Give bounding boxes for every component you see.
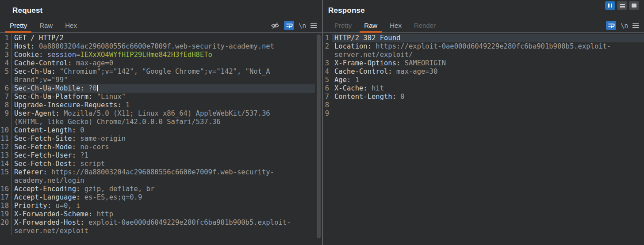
code-segment-name: Referer: [14, 168, 51, 176]
code-line[interactable]: 18Priority: u=0, i [0, 202, 315, 210]
message-editor-window: Request PrettyRawHex [0, 0, 644, 245]
request-toolbar: \n [271, 21, 322, 32]
newline-icon[interactable]: \n [299, 22, 306, 29]
layout-controls [605, 1, 639, 10]
code-line[interactable]: 4Cache-Control: max-age=30 [323, 68, 644, 76]
code-segment-name: Sec-Ch-Ua-Mobile: [14, 84, 88, 92]
line-body: Location: https://exploit-0ae000d6049229… [332, 42, 644, 59]
code-line[interactable]: 1GET / HTTP/2 [0, 34, 315, 42]
code-segment-val: 0 [80, 126, 84, 134]
code-segment-name: Accept-Language: [14, 193, 84, 201]
line-number: 19 [0, 210, 12, 219]
line-body: Referer: https://0a88003204ac296080556c6… [12, 168, 315, 185]
columns-layout-button[interactable] [605, 1, 615, 10]
code-line[interactable]: 6Sec-Ch-Ua-Mobile: ?0 [0, 84, 315, 93]
line-number: 3 [0, 51, 12, 59]
code-segment-name: Cache-Control: [334, 68, 396, 75]
request-scrollbar[interactable] [317, 34, 321, 241]
tab-request-hex[interactable]: Hex [61, 20, 81, 32]
tab-response-render: Render [410, 20, 440, 32]
code-line[interactable]: 9 [323, 109, 644, 118]
code-line[interactable]: 17Accept-Language: es-ES,es;q=0.9 [0, 193, 315, 202]
code-segment-val: https://exploit-0ae000d6049229e280fc6ba9… [334, 42, 611, 59]
request-tab-row: PrettyRawHex \ [0, 21, 322, 33]
code-segment-name: User-Agent: [14, 109, 64, 117]
line-number: 6 [323, 84, 332, 93]
newline-icon[interactable]: \n [621, 22, 628, 29]
line-number: 3 [323, 59, 332, 68]
code-line[interactable]: 4Cache-Control: max-age=0 [0, 59, 315, 68]
tab-response-hex[interactable]: Hex [385, 20, 406, 32]
scrollbar-thumb[interactable] [317, 34, 321, 238]
line-number: 11 [0, 135, 12, 143]
code-line[interactable]: 3X-Frame-Options: SAMEORIGIN [323, 59, 644, 68]
response-tabs: PrettyRawHexRender [323, 20, 444, 32]
line-body: Accept-Language: es-ES,es;q=0.9 [12, 193, 315, 202]
square-icon [632, 4, 636, 8]
code-segment-name: Cache-Control: [14, 59, 76, 67]
code-segment-name: X-Cache: [334, 84, 372, 92]
line-body: Cookie: session=IEXxXO4WYfHIP29LHme842H3… [12, 51, 315, 59]
code-segment-val: u=0, i [55, 202, 80, 210]
code-line[interactable]: 7Content-Length: 0 [323, 93, 644, 101]
code-segment-val: same-origin [80, 135, 126, 143]
menu-icon[interactable] [632, 23, 639, 29]
soft-wrap-toggle-icon[interactable] [606, 21, 616, 30]
code-segment-plain: GET / HTTP/2 [14, 34, 64, 42]
code-line[interactable]: 5Sec-Ch-Ua: "Chromium";v="142", "Google … [0, 68, 315, 84]
line-body: Sec-Fetch-User: ?1 [12, 151, 315, 160]
code-line[interactable]: 5Age: 1 [323, 76, 644, 84]
code-segment-val: = [76, 51, 80, 59]
selected-line-body: HTTP/2 302 Found [332, 34, 644, 42]
response-editor[interactable]: 1HTTP/2 302 Found2Location: https://expl… [323, 33, 644, 118]
code-line[interactable]: 6X-Cache: hit [323, 84, 644, 93]
request-editor[interactable]: 1GET / HTTP/22Host: 0a88003204ac29608055… [0, 33, 322, 235]
line-number: 17 [0, 193, 12, 202]
code-segment-val: ?0 [88, 84, 97, 92]
line-number: 13 [0, 151, 12, 160]
line-body [332, 109, 644, 118]
code-line[interactable]: 16Accept-Encoding: gzip, deflate, br [0, 185, 315, 193]
line-body: GET / HTTP/2 [12, 34, 315, 42]
tab-response-raw[interactable]: Raw [360, 20, 382, 32]
hide-nonprintable-icon[interactable] [271, 22, 280, 29]
code-line[interactable]: 2Host: 0a88003204ac296080556c6600e7009f.… [0, 42, 315, 51]
line-body: Content-Length: 0 [12, 126, 315, 135]
code-line[interactable]: 8 [323, 101, 644, 109]
line-number: 8 [0, 101, 12, 109]
code-line[interactable]: 10Content-Length: 0 [0, 126, 315, 135]
code-line[interactable]: 9User-Agent: Mozilla/5.0 (X11; Linux x86… [0, 109, 315, 126]
tab-request-raw[interactable]: Raw [35, 20, 57, 32]
line-number: 2 [0, 42, 12, 51]
text-caret [97, 85, 98, 91]
code-line[interactable]: 7Sec-Ch-Ua-Platform: "Linux" [0, 93, 315, 101]
code-line[interactable]: 20X-Forwarded-Host: exploit-0ae000d60492… [0, 219, 315, 235]
response-panel: Response PrettyRawHexRender \n 1HTTP/2 3… [323, 0, 644, 245]
soft-wrap-toggle-icon[interactable] [284, 21, 294, 30]
menu-icon[interactable] [310, 23, 317, 29]
code-segment-val: script [80, 160, 105, 168]
rows-layout-button[interactable] [617, 1, 627, 10]
line-number: 16 [0, 185, 12, 193]
request-tabs: PrettyRawHex [0, 20, 85, 32]
code-line[interactable]: 3Cookie: session=IEXxXO4WYfHIP29LHme842H… [0, 51, 315, 59]
tab-request-pretty[interactable]: Pretty [5, 20, 31, 32]
code-line[interactable]: 15Referer: https://0a88003204ac296080556… [0, 168, 315, 185]
code-line[interactable]: 19X-Forwarded-Scheme: http [0, 210, 315, 219]
code-line[interactable]: 14Sec-Fetch-Dest: script [0, 160, 315, 168]
code-line[interactable]: 12Sec-Fetch-Mode: no-cors [0, 143, 315, 151]
single-layout-button[interactable] [629, 1, 639, 10]
code-line[interactable]: 11Sec-Fetch-Site: same-origin [0, 135, 315, 143]
code-line[interactable]: 13Sec-Fetch-User: ?1 [0, 151, 315, 160]
code-line[interactable]: 1HTTP/2 302 Found [323, 34, 644, 42]
code-line[interactable]: 2Location: https://exploit-0ae000d604922… [323, 42, 644, 59]
line-number: 9 [0, 109, 12, 126]
line-body: Cache-Control: max-age=0 [12, 59, 315, 68]
line-body: Cache-Control: max-age=30 [332, 68, 644, 76]
code-segment-name: Content-Length: [14, 126, 80, 134]
line-body: Accept-Encoding: gzip, deflate, br [12, 185, 315, 193]
code-segment-val: 0 [400, 93, 404, 101]
line-body: Content-Length: 0 [332, 93, 644, 101]
code-line[interactable]: 8Upgrade-Insecure-Requests: 1 [0, 101, 315, 109]
request-title: Request [12, 6, 42, 15]
